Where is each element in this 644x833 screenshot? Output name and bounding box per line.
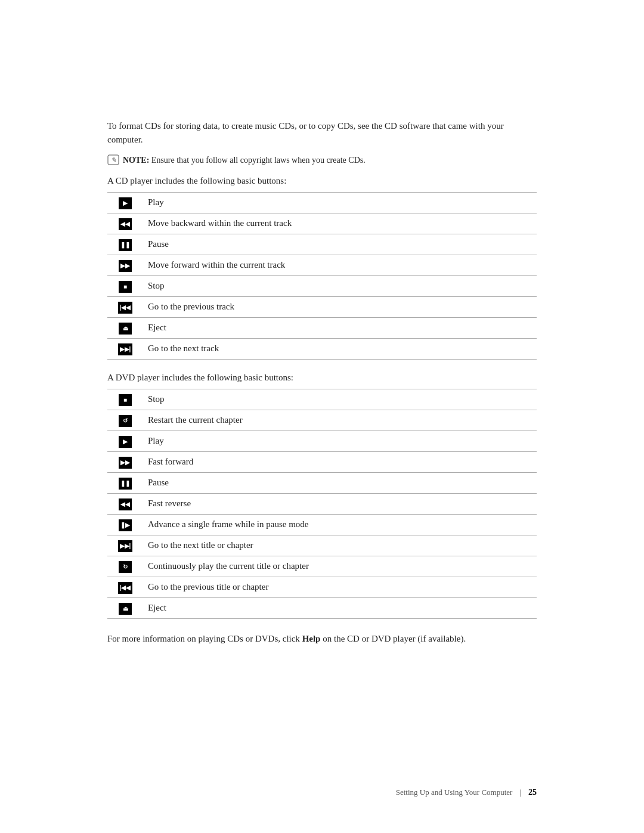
button-label-cell: Restart the current chapter xyxy=(143,410,537,431)
note-text: NOTE: Ensure that you follow all copyrig… xyxy=(123,154,366,166)
dvd-button-table: ■Stop↺Restart the current chapter▶Play▶▶… xyxy=(107,389,537,619)
outro-paragraph: For more information on playing CDs or D… xyxy=(107,632,537,646)
note-icon: ✎ xyxy=(107,154,119,169)
button-label-cell: Eject xyxy=(143,317,537,338)
button-label-cell: Go to the previous title or chapter xyxy=(143,577,537,597)
table-row: ◀◀Move backward within the current track xyxy=(107,213,537,234)
button-label-cell: Advance a single frame while in pause mo… xyxy=(143,514,537,535)
button-icon-cell: ⏏ xyxy=(107,317,143,338)
table-row: ▶Play xyxy=(107,431,537,451)
table-row: ◀◀Fast reverse xyxy=(107,493,537,514)
button-label-cell: Fast reverse xyxy=(143,493,537,514)
table-row: |◀◀Go to the previous track xyxy=(107,296,537,317)
button-icon-cell: ❚▶ xyxy=(107,514,143,535)
footer-page-number: 25 xyxy=(528,788,537,797)
button-label-cell: Eject xyxy=(143,597,537,618)
button-icon-cell: ▶▶| xyxy=(107,338,143,359)
button-icon-cell: ❚❚ xyxy=(107,234,143,255)
button-icon-cell: ▶▶ xyxy=(107,451,143,472)
button-label-cell: Play xyxy=(143,431,537,451)
button-icon-cell: |◀◀ xyxy=(107,577,143,597)
table-row: ▶Play xyxy=(107,192,537,213)
button-label-cell: Go to the next track xyxy=(143,338,537,359)
table-row: ▶▶Fast forward xyxy=(107,451,537,472)
cd-section-intro: A CD player includes the following basic… xyxy=(107,176,537,186)
table-row: ↺Restart the current chapter xyxy=(107,410,537,431)
note-line: ✎ NOTE: Ensure that you follow all copyr… xyxy=(107,154,537,169)
button-icon-cell: ↻ xyxy=(107,556,143,577)
svg-text:✎: ✎ xyxy=(111,156,116,163)
button-icon-cell: ■ xyxy=(107,275,143,296)
page: To format CDs for storing data, to creat… xyxy=(0,0,644,833)
footer-label: Setting Up and Using Your Computer xyxy=(396,788,513,797)
button-label-cell: Go to the previous track xyxy=(143,296,537,317)
button-icon-cell: ◀◀ xyxy=(107,213,143,234)
button-icon-cell: |◀◀ xyxy=(107,296,143,317)
button-label-cell: Stop xyxy=(143,389,537,410)
button-icon-cell: ▶▶ xyxy=(107,255,143,275)
dvd-section-intro: A DVD player includes the following basi… xyxy=(107,373,537,383)
table-row: |◀◀Go to the previous title or chapter xyxy=(107,577,537,597)
table-row: ⏏Eject xyxy=(107,597,537,618)
button-icon-cell: ▶ xyxy=(107,192,143,213)
button-icon-cell: ▶ xyxy=(107,431,143,451)
button-icon-cell: ▶▶| xyxy=(107,535,143,556)
button-label-cell: Pause xyxy=(143,234,537,255)
button-label-cell: Pause xyxy=(143,472,537,493)
button-icon-cell: ⏏ xyxy=(107,597,143,618)
button-label-cell: Fast forward xyxy=(143,451,537,472)
table-row: ▶▶|Go to the next track xyxy=(107,338,537,359)
footer: Setting Up and Using Your Computer | 25 xyxy=(0,788,644,797)
footer-divider: | xyxy=(519,788,521,797)
button-icon-cell: ◀◀ xyxy=(107,493,143,514)
button-label-cell: Move backward within the current track xyxy=(143,213,537,234)
table-row: ▶▶Move forward within the current track xyxy=(107,255,537,275)
table-row: ■Stop xyxy=(107,275,537,296)
table-row: ⏏Eject xyxy=(107,317,537,338)
button-label-cell: Stop xyxy=(143,275,537,296)
button-icon-cell: ↺ xyxy=(107,410,143,431)
table-row: ■Stop xyxy=(107,389,537,410)
button-label-cell: Play xyxy=(143,192,537,213)
table-row: ↻Continuously play the current title or … xyxy=(107,556,537,577)
intro-paragraph: To format CDs for storing data, to creat… xyxy=(107,119,537,146)
button-icon-cell: ❚❚ xyxy=(107,472,143,493)
button-label-cell: Move forward within the current track xyxy=(143,255,537,275)
button-icon-cell: ■ xyxy=(107,389,143,410)
table-row: ❚▶Advance a single frame while in pause … xyxy=(107,514,537,535)
table-row: ▶▶|Go to the next title or chapter xyxy=(107,535,537,556)
button-label-cell: Continuously play the current title or c… xyxy=(143,556,537,577)
cd-button-table: ▶Play◀◀Move backward within the current … xyxy=(107,192,537,360)
table-row: ❚❚Pause xyxy=(107,472,537,493)
button-label-cell: Go to the next title or chapter xyxy=(143,535,537,556)
table-row: ❚❚Pause xyxy=(107,234,537,255)
